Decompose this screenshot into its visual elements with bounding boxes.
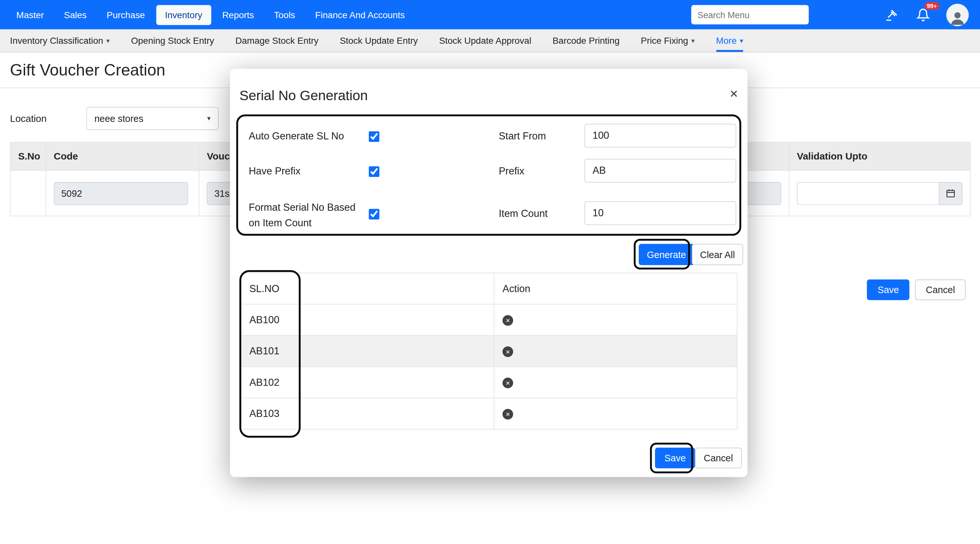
notification-count-badge: 99+ xyxy=(924,2,940,10)
subnav-label: Stock Update Approval xyxy=(439,36,531,46)
nav-sales[interactable]: Sales xyxy=(55,5,95,25)
user-avatar[interactable] xyxy=(946,3,969,26)
serial-table-header: SL.NO Action xyxy=(241,273,737,304)
page-cancel-button[interactable]: Cancel xyxy=(915,279,966,300)
search-menu-input[interactable] xyxy=(691,5,809,24)
delete-circle-icon[interactable]: ✕ xyxy=(503,346,513,357)
cell-sno xyxy=(10,171,46,216)
chevron-down-icon: ▾ xyxy=(106,37,110,45)
subnav-label: Inventory Classification xyxy=(10,36,103,46)
modal-save-button[interactable]: Save xyxy=(655,448,695,469)
location-label: Location xyxy=(10,113,86,124)
serial-row: AB103 ✕ xyxy=(241,398,737,429)
serial-numbers-table: SL.NO Action AB100 ✕ AB101 ✕ AB102 ✕ xyxy=(240,273,737,429)
chevron-down-icon: ▾ xyxy=(691,37,695,45)
delete-circle-icon[interactable]: ✕ xyxy=(503,409,513,420)
col-validation-upto: Validation Upto xyxy=(789,142,970,171)
subnav-damage-stock-entry[interactable]: Damage Stock Entry xyxy=(235,29,318,52)
auto-generate-label: Auto Generate SL No xyxy=(249,131,344,142)
col-code: Code xyxy=(46,142,199,171)
subnav-label: Damage Stock Entry xyxy=(235,36,318,46)
modal-cancel-button[interactable]: Cancel xyxy=(695,448,742,469)
serial-row: AB100 ✕ xyxy=(241,304,737,335)
validation-date-group xyxy=(797,182,963,204)
format-serial-checkbox[interactable] xyxy=(369,209,380,220)
app-window: Master Sales Purchase Inventory Reports … xyxy=(0,0,980,544)
subnav-label: Price Fixing xyxy=(641,36,688,46)
auto-generate-checkbox[interactable] xyxy=(369,131,380,142)
validation-date-input[interactable] xyxy=(797,182,939,204)
serial-action-cell: ✕ xyxy=(494,398,737,429)
cell-code xyxy=(46,171,199,216)
subnav-stock-update-approval[interactable]: Stock Update Approval xyxy=(439,29,531,52)
col-slno: SL.NO xyxy=(241,273,494,304)
subnav-label: More xyxy=(716,36,737,46)
subnav-label: Barcode Printing xyxy=(552,36,620,46)
serial-value: AB103 xyxy=(241,398,494,429)
serial-value: AB100 xyxy=(241,304,494,335)
calendar-icon[interactable] xyxy=(939,182,963,204)
serial-value: AB101 xyxy=(241,335,494,367)
close-icon[interactable]: ✕ xyxy=(727,85,741,103)
chevron-down-icon: ▾ xyxy=(740,37,743,45)
serial-no-generation-modal: Serial No Generation ✕ Auto Generate SL … xyxy=(230,69,748,477)
notifications-bell-icon[interactable]: 99+ xyxy=(915,6,931,23)
subnav-more[interactable]: More ▾ xyxy=(716,29,743,52)
nav-inventory[interactable]: Inventory xyxy=(156,5,211,25)
col-sno: S.No xyxy=(10,142,46,171)
subnav-price-fixing[interactable]: Price Fixing ▾ xyxy=(641,29,695,52)
gavel-icon[interactable] xyxy=(884,6,900,23)
delete-circle-icon[interactable]: ✕ xyxy=(503,378,513,388)
serial-value: AB102 xyxy=(241,367,494,398)
subnav-label: Opening Stock Entry xyxy=(131,36,214,46)
item-count-input[interactable] xyxy=(584,201,736,225)
location-select[interactable]: neee stores ▾ xyxy=(86,107,219,130)
subnav-label: Stock Update Entry xyxy=(340,36,418,46)
location-selected-value: neee stores xyxy=(94,113,143,124)
nav-finance[interactable]: Finance And Accounts xyxy=(306,5,414,25)
cell-validation-upto xyxy=(789,171,970,216)
serial-action-cell: ✕ xyxy=(494,335,737,367)
serial-action-cell: ✕ xyxy=(494,367,737,398)
page-save-button[interactable]: Save xyxy=(867,279,910,300)
nav-purchase[interactable]: Purchase xyxy=(98,5,154,25)
top-nav-right: 99+ xyxy=(691,3,972,26)
have-prefix-checkbox[interactable] xyxy=(369,166,380,177)
serial-row: AB101 ✕ xyxy=(241,335,737,367)
start-from-input[interactable] xyxy=(584,124,736,147)
inventory-sub-navbar: Inventory Classification ▾ Opening Stock… xyxy=(0,29,980,53)
serial-action-cell: ✕ xyxy=(494,304,737,335)
chevron-down-icon: ▾ xyxy=(207,115,211,123)
prefix-label: Prefix xyxy=(499,166,524,177)
prefix-input[interactable] xyxy=(584,159,736,182)
nav-master[interactable]: Master xyxy=(8,5,52,25)
subnav-stock-update-entry[interactable]: Stock Update Entry xyxy=(340,29,418,52)
subnav-opening-stock-entry[interactable]: Opening Stock Entry xyxy=(131,29,214,52)
format-serial-label: Format Serial No Based on Item Count xyxy=(249,200,356,231)
generate-button[interactable]: Generate xyxy=(639,244,694,265)
page-title: Gift Voucher Creation xyxy=(10,60,165,80)
clear-all-button[interactable]: Clear All xyxy=(692,244,743,265)
item-count-label: Item Count xyxy=(499,208,548,220)
top-navbar: Master Sales Purchase Inventory Reports … xyxy=(0,0,980,29)
nav-reports[interactable]: Reports xyxy=(213,5,263,25)
modal-title: Serial No Generation xyxy=(240,88,368,104)
serial-row: AB102 ✕ xyxy=(241,367,737,398)
subnav-barcode-printing[interactable]: Barcode Printing xyxy=(552,29,620,52)
have-prefix-label: Have Prefix xyxy=(249,166,301,177)
nav-tools[interactable]: Tools xyxy=(265,5,304,25)
subnav-inventory-classification[interactable]: Inventory Classification ▾ xyxy=(10,29,110,52)
col-action: Action xyxy=(494,273,737,304)
delete-circle-icon[interactable]: ✕ xyxy=(503,315,513,326)
code-field xyxy=(54,182,188,204)
start-from-label: Start From xyxy=(499,131,546,142)
